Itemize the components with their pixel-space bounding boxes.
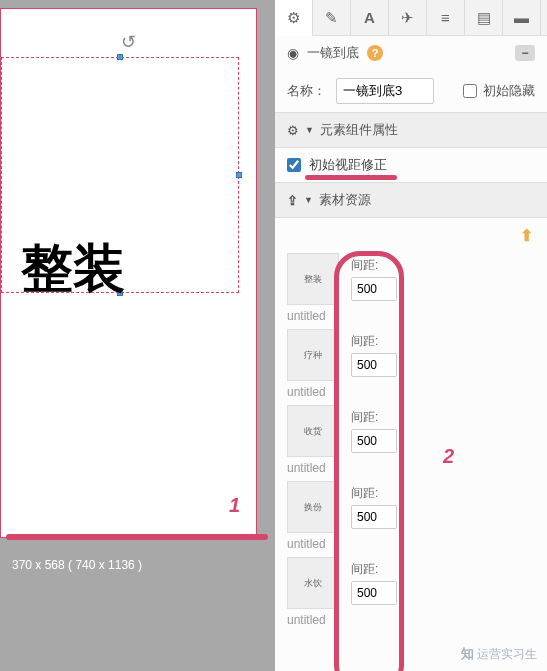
- gap-input[interactable]: [351, 505, 397, 529]
- resource-list: 整装 间距: untitled 疗种 间距: untitled 收货: [275, 253, 547, 645]
- tab-edit[interactable]: ✎: [313, 0, 351, 36]
- resource-thumb[interactable]: 收货: [287, 405, 339, 457]
- correction-row: 初始视距修正: [275, 148, 547, 182]
- gear-icon: ⚙: [287, 123, 299, 138]
- rotate-icon[interactable]: ↺: [121, 31, 136, 53]
- initial-hide-wrap[interactable]: 初始隐藏: [463, 82, 535, 100]
- properties-panel: ⚙ ✎ A ✈ ≡ ▤ ▬ ◉ 一镜到底 ? − 名称： 初始隐藏 ⚙ ▼ 元素…: [275, 0, 547, 671]
- gap-label: 间距:: [351, 485, 397, 502]
- resource-thumb[interactable]: 水饮: [287, 557, 339, 609]
- panel-toolbar: ⚙ ✎ A ✈ ≡ ▤ ▬: [275, 0, 547, 36]
- section-component-props[interactable]: ⚙ ▼ 元素组件属性: [275, 112, 547, 148]
- section-resources-label: 素材资源: [319, 191, 371, 209]
- gap-label: 间距:: [351, 333, 397, 350]
- help-icon[interactable]: ?: [367, 45, 383, 61]
- annotation-underline-1: [6, 534, 268, 540]
- name-input[interactable]: [336, 78, 434, 104]
- resource-thumb[interactable]: 疗种: [287, 329, 339, 381]
- tab-text[interactable]: A: [351, 0, 389, 36]
- watermark: 知 运营实习生: [461, 645, 537, 663]
- upload-button[interactable]: ⬆: [520, 226, 533, 245]
- target-icon: ◉: [287, 45, 299, 61]
- gap-label: 间距:: [351, 561, 397, 578]
- resource-title: untitled: [287, 385, 535, 399]
- caret-down-icon: ▼: [305, 125, 314, 135]
- resize-handle-n[interactable]: [117, 54, 123, 60]
- gap-input[interactable]: [351, 581, 397, 605]
- resource-title: untitled: [287, 613, 535, 627]
- name-label: 名称：: [287, 82, 326, 100]
- upload-row: ⬆: [275, 218, 547, 253]
- tab-settings[interactable]: ⚙: [275, 0, 313, 36]
- section-component-label: 元素组件属性: [320, 121, 398, 139]
- resource-item: 疗种 间距: untitled: [287, 329, 535, 399]
- resource-thumb[interactable]: 换份: [287, 481, 339, 533]
- zhihu-logo-icon: 知: [461, 645, 473, 663]
- send-icon: ✈: [401, 9, 414, 27]
- canvas-frame[interactable]: ↺ 整装 1: [0, 8, 257, 538]
- resize-handle-e[interactable]: [236, 172, 242, 178]
- tab-page[interactable]: ▤: [465, 0, 503, 36]
- gap-input[interactable]: [351, 429, 397, 453]
- section-resources[interactable]: ⇪ ▼ 素材资源: [275, 182, 547, 218]
- resource-item: 水饮 间距: untitled: [287, 557, 535, 627]
- page-icon: ▤: [477, 9, 491, 27]
- title-row: ◉ 一镜到底 ? −: [275, 36, 547, 70]
- resource-item: 整装 间距: untitled: [287, 253, 535, 323]
- resource-title: untitled: [287, 309, 535, 323]
- caret-down-icon: ▼: [304, 195, 313, 205]
- tab-list[interactable]: ≡: [427, 0, 465, 36]
- gap-input[interactable]: [351, 277, 397, 301]
- list-icon: ≡: [441, 9, 450, 26]
- correction-checkbox[interactable]: [287, 158, 301, 172]
- initial-hide-checkbox[interactable]: [463, 84, 477, 98]
- resource-item: 换份 间距: untitled: [287, 481, 535, 551]
- pencil-icon: ✎: [325, 9, 338, 27]
- tab-send[interactable]: ✈: [389, 0, 427, 36]
- resource-title: untitled: [287, 537, 535, 551]
- gap-input[interactable]: [351, 353, 397, 377]
- name-row: 名称： 初始隐藏: [275, 70, 547, 112]
- gear-icon: ⚙: [287, 9, 300, 27]
- component-title: 一镜到底: [307, 44, 359, 62]
- gap-label: 间距:: [351, 409, 397, 426]
- resource-thumb[interactable]: 整装: [287, 253, 339, 305]
- canvas-area: ↺ 整装 1 370 x 568 ( 740 x 1136 ): [0, 0, 275, 671]
- tab-data[interactable]: ▬: [503, 0, 541, 36]
- correction-label: 初始视距修正: [309, 156, 387, 174]
- canvas-dimensions: 370 x 568 ( 740 x 1136 ): [0, 548, 275, 582]
- text-icon: A: [364, 9, 375, 26]
- canvas-text[interactable]: 整装: [21, 234, 125, 304]
- resource-item: 收货 间距: untitled: [287, 405, 535, 475]
- annotation-1: 1: [229, 494, 240, 517]
- annotation-2: 2: [443, 445, 454, 468]
- database-icon: ▬: [514, 9, 529, 26]
- collapse-button[interactable]: −: [515, 45, 535, 61]
- gap-label: 间距:: [351, 257, 397, 274]
- resource-title: untitled: [287, 461, 535, 475]
- watermark-text: 运营实习生: [477, 646, 537, 663]
- initial-hide-label: 初始隐藏: [483, 82, 535, 100]
- annotation-underline-correction: [305, 175, 397, 180]
- upload-icon: ⇪: [287, 193, 298, 208]
